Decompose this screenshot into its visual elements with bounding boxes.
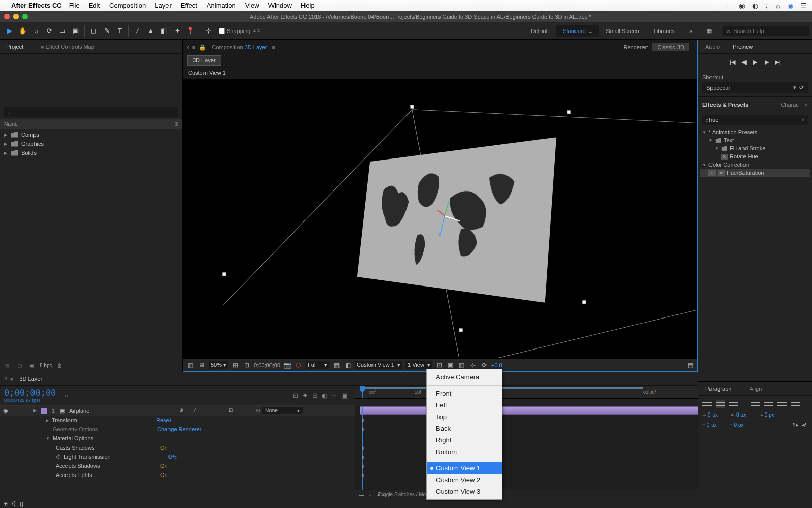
interpret-icon[interactable]: ⊟ bbox=[3, 362, 11, 370]
go-start-icon[interactable]: |◀ bbox=[730, 59, 735, 66]
tab-effect-controls[interactable]: ■ Effect Controls Map bbox=[38, 42, 97, 52]
effects-panel-title[interactable]: Effects & Presets ≡ bbox=[702, 102, 753, 108]
pen-tool-icon[interactable]: ✎ bbox=[100, 25, 113, 37]
zoom-dropdown[interactable]: 50% ▾ bbox=[209, 361, 228, 369]
close-window-icon[interactable] bbox=[4, 14, 10, 19]
comp-settings-icon[interactable]: ▤ bbox=[686, 362, 694, 369]
trash-icon[interactable]: 🗑 bbox=[56, 362, 64, 370]
menubar-icon-2[interactable]: ◉ bbox=[739, 2, 745, 10]
workspace-default[interactable]: Default bbox=[524, 25, 556, 37]
indent-first[interactable]: ⇤ 0 px bbox=[731, 412, 746, 418]
tree-anim-presets[interactable]: ▼* Animation Presets bbox=[700, 128, 810, 136]
draft-3d-icon[interactable]: ▣ bbox=[341, 392, 347, 399]
folder-graphics[interactable]: ▶Graphics bbox=[0, 139, 182, 148]
fast-preview-icon[interactable]: ▣ bbox=[447, 362, 455, 369]
wifi-icon[interactable]: ⧙ bbox=[765, 2, 769, 10]
folder-comps[interactable]: ▶Comps bbox=[0, 130, 182, 139]
app-name[interactable]: After Effects CC bbox=[11, 2, 62, 9]
view-top[interactable]: Top bbox=[427, 411, 502, 423]
view-left[interactable]: Left bbox=[427, 399, 502, 411]
tab-character[interactable]: Charac bbox=[777, 100, 801, 110]
color-depth[interactable]: 8 bpc bbox=[40, 363, 52, 368]
visibility-icon[interactable]: ◉ bbox=[2, 407, 9, 414]
text-dir-ltr-icon[interactable]: ¶▸ bbox=[793, 422, 799, 428]
3d-gizmo-icon[interactable] bbox=[441, 215, 472, 253]
effects-search-input[interactable] bbox=[709, 117, 801, 123]
viewport[interactable] bbox=[183, 79, 697, 358]
workspace-panel-icon[interactable]: ▦ bbox=[699, 25, 719, 37]
space-after[interactable]: ≡ 0 px bbox=[730, 422, 744, 428]
rect-tool-icon[interactable]: ▭ bbox=[56, 25, 69, 37]
menu-edit[interactable]: Edit bbox=[89, 2, 100, 9]
view-custom-3[interactable]: Custom View 3 bbox=[427, 486, 502, 497]
playhead-icon[interactable] bbox=[360, 386, 365, 393]
clear-search-icon[interactable]: × bbox=[801, 116, 805, 123]
current-timecode[interactable]: 0;00;00;00 bbox=[4, 388, 56, 398]
prop-transform[interactable]: ▶TransformReset bbox=[0, 416, 355, 425]
justify-right-icon[interactable] bbox=[777, 400, 787, 408]
preset-rotate-hue[interactable]: fxRotate Hue bbox=[700, 152, 810, 161]
sw-3d[interactable]: ⊡ bbox=[227, 407, 234, 415]
toggle-switches-modes[interactable]: Toggle Switches / Modes bbox=[378, 492, 434, 497]
prop-light-trans[interactable]: ⏱Light Transmission0% bbox=[0, 452, 355, 461]
justify-center-icon[interactable] bbox=[764, 400, 773, 408]
motion-blur-icon[interactable]: ◐ bbox=[322, 392, 327, 399]
camera-tool-icon[interactable]: ▣ bbox=[70, 25, 82, 37]
align-left-icon[interactable] bbox=[702, 400, 712, 408]
puppet-tool-icon[interactable]: 📍 bbox=[184, 25, 196, 37]
workspace-small-screen[interactable]: Small Screen bbox=[599, 25, 646, 37]
shape-tool-icon[interactable]: ◻ bbox=[87, 25, 99, 37]
prop-material[interactable]: ▼Material Options bbox=[0, 434, 355, 443]
flowchart-icon[interactable]: ⊹ bbox=[469, 362, 477, 369]
view-custom-2[interactable]: Custom View 2 bbox=[427, 474, 502, 486]
graph-editor-icon[interactable]: ⊹ bbox=[331, 392, 337, 399]
indent-right[interactable]: ⇥ 0 px bbox=[759, 412, 774, 418]
region-icon[interactable]: ⊡ bbox=[243, 362, 251, 369]
view-layout-dropdown[interactable]: 1 View ▾ bbox=[405, 361, 432, 369]
menu-file[interactable]: File bbox=[69, 2, 80, 9]
timeline-search-input[interactable] bbox=[69, 391, 129, 399]
project-columns-header[interactable]: Name ⊞ bbox=[0, 119, 182, 129]
col-menu-icon[interactable]: ⊞ bbox=[174, 121, 178, 127]
menubar-icon-1[interactable]: ▦ bbox=[725, 2, 732, 10]
menu-composition[interactable]: Composition bbox=[109, 2, 146, 9]
3d-view-dropdown[interactable]: Custom View 1 ▾ bbox=[355, 361, 402, 369]
tab-project[interactable]: Project ≡ bbox=[3, 42, 35, 52]
zoom-tool-icon[interactable]: ⌕ bbox=[30, 25, 42, 37]
help-search-input[interactable] bbox=[733, 28, 805, 34]
eraser-tool-icon[interactable]: ◧ bbox=[158, 25, 170, 37]
shy-icon[interactable]: ✦ bbox=[302, 392, 308, 399]
local-axis-icon[interactable]: ⊹ bbox=[202, 25, 214, 37]
effect-hue-saturation[interactable]: 32fxHue/Saturation bbox=[700, 169, 810, 177]
orbit-tool-icon[interactable]: ⟳ bbox=[43, 25, 55, 37]
menubar-cc-icon[interactable]: ◐ bbox=[752, 2, 758, 10]
maximize-window-icon[interactable] bbox=[22, 14, 28, 19]
menubar-list-icon[interactable]: ☰ bbox=[800, 2, 807, 10]
text-dir-rtl-icon[interactable]: ◂¶ bbox=[802, 422, 808, 428]
workspace-standard[interactable]: Standard bbox=[556, 25, 599, 37]
hand-tool-icon[interactable]: ✋ bbox=[17, 25, 29, 37]
layer-airplane[interactable]: ◉ ▶ 1 ▣ Airplane ⊕ ⁄ ⊡ ⊚ None▾ bbox=[0, 406, 355, 416]
help-search[interactable]: ⌕ bbox=[723, 26, 809, 36]
lock-icon[interactable]: 🔒 bbox=[199, 44, 206, 51]
prop-accepts-shadows[interactable]: Accepts ShadowsOn bbox=[0, 461, 355, 470]
view-custom-1[interactable]: ●Custom View 1 bbox=[427, 462, 502, 474]
alpha-icon[interactable]: ▥ bbox=[186, 362, 194, 369]
effects-search[interactable]: ⌕ × bbox=[702, 115, 808, 125]
tree-color-correction[interactable]: ▼Color Correction bbox=[700, 161, 810, 169]
align-right-icon[interactable] bbox=[729, 400, 738, 408]
layer-3d-plane[interactable] bbox=[357, 137, 556, 303]
view-right[interactable]: Right bbox=[427, 434, 502, 446]
tree-fill-stroke[interactable]: ▼Fill and Stroke bbox=[700, 144, 810, 152]
shortcut-dropdown[interactable]: Spacebar▾ ⟳ bbox=[702, 82, 808, 93]
sw-shy[interactable]: ⊕ bbox=[178, 407, 185, 415]
menu-view[interactable]: View bbox=[245, 2, 259, 9]
snapshot-icon[interactable]: 📷 bbox=[283, 362, 291, 369]
siri-icon[interactable]: ◉ bbox=[787, 2, 793, 10]
view-back[interactable]: Back bbox=[427, 423, 502, 434]
view-bottom[interactable]: Bottom bbox=[427, 446, 502, 458]
label-color-icon[interactable] bbox=[41, 408, 47, 414]
close-tab-icon[interactable]: × bbox=[186, 45, 189, 50]
tree-text[interactable]: ▼Text bbox=[700, 136, 810, 144]
prop-accepts-lights[interactable]: Accepts LightsOn bbox=[0, 470, 355, 480]
